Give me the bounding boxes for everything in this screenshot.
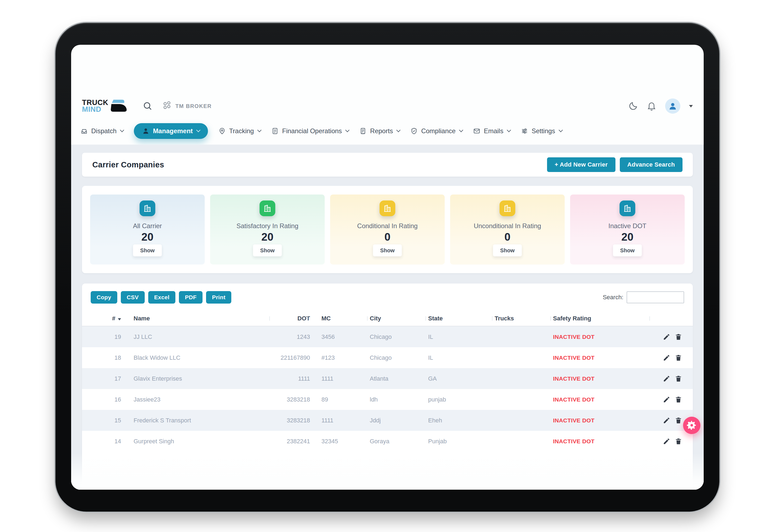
column-header-trucks[interactable]: Trucks (495, 311, 553, 326)
edit-pencil-icon[interactable] (663, 438, 670, 445)
nav-item-compliance[interactable]: Compliance (410, 127, 463, 135)
safety-rating-badge: INACTIVE DOT (553, 431, 652, 452)
safety-rating-badge: INACTIVE DOT (553, 389, 652, 410)
chevron-down-icon (120, 128, 124, 132)
search-icon[interactable] (142, 101, 153, 111)
nav-label: Settings (532, 127, 555, 135)
excel-button[interactable]: Excel (148, 291, 175, 304)
nav-label: Tracking (229, 127, 254, 135)
chevron-down-icon (459, 128, 464, 132)
column-header-safety-rating[interactable]: Safety Rating (553, 311, 652, 326)
column-header-state[interactable]: State (428, 311, 495, 326)
stat-card-inactive-dot: Inactive DOT 20 Show (570, 195, 685, 265)
edit-pencil-icon[interactable] (663, 396, 670, 403)
column-header-mc[interactable]: MC (310, 311, 370, 326)
table-header-row: # Name DOT MC City State Trucks Safety R… (82, 311, 693, 326)
edit-pencil-icon[interactable] (663, 375, 670, 383)
chevron-down-icon (397, 128, 401, 132)
management-icon (142, 127, 150, 135)
company-buildings-icon (620, 200, 635, 216)
column-header-dot[interactable]: DOT (272, 311, 310, 326)
edit-pencil-icon[interactable] (663, 333, 670, 341)
page-title: Carrier Companies (92, 160, 164, 169)
show-button[interactable]: Show (253, 244, 281, 256)
brand-logo[interactable]: TRUCK MIND (82, 98, 128, 114)
workspace-switcher[interactable]: TM BROKER (162, 101, 212, 112)
edit-pencil-icon[interactable] (663, 354, 670, 362)
print-button[interactable]: Print (206, 291, 231, 304)
edit-pencil-icon[interactable] (663, 417, 670, 424)
report-icon (359, 127, 367, 135)
settings-fab-button[interactable] (683, 417, 700, 434)
delete-trash-icon[interactable] (675, 396, 682, 403)
nav-item-reports[interactable]: Reports (359, 127, 400, 135)
column-header-name[interactable]: Name (123, 311, 272, 326)
user-avatar[interactable] (665, 98, 680, 114)
table-row: 16 Jassiee23 3283218 89 ldh punjab INACT… (82, 389, 693, 410)
add-new-carrier-button[interactable]: + Add New Carrier (547, 157, 616, 172)
nav-item-financial-operations[interactable]: Financial Operations (271, 127, 349, 135)
nav-label: Compliance (421, 127, 456, 135)
column-header-index[interactable]: # (82, 311, 123, 326)
top-bar: TRUCK MIND (82, 97, 693, 115)
stat-card-conditional: Conditional In Rating 0 Show (330, 195, 445, 265)
stat-value: 0 (505, 231, 511, 243)
delete-trash-icon[interactable] (675, 354, 682, 362)
copy-button[interactable]: Copy (91, 291, 117, 304)
stat-card-satisfactory: Satisfactory In Rating 20 Show (210, 195, 325, 265)
nav-item-management[interactable]: Management (134, 123, 208, 139)
content-area: Carrier Companies + Add New Carrier Adva… (71, 145, 704, 490)
csv-button[interactable]: CSV (121, 291, 145, 304)
pdf-button[interactable]: PDF (179, 291, 202, 304)
stat-value: 0 (384, 231, 391, 243)
stat-label: All Carrier (133, 222, 162, 230)
invoice-icon (271, 127, 279, 135)
stat-label: Satisfactory In Rating (236, 222, 298, 230)
table-row: 17 Glavix Enterprises 1111 1111 Atlanta … (82, 368, 693, 389)
page-header-card: Carrier Companies + Add New Carrier Adva… (82, 153, 693, 177)
dark-mode-icon[interactable] (628, 101, 638, 111)
nav-item-settings[interactable]: Settings (521, 127, 562, 135)
show-button[interactable]: Show (373, 244, 402, 256)
nav-item-tracking[interactable]: Tracking (218, 127, 261, 135)
show-button[interactable]: Show (493, 244, 522, 256)
stat-value: 20 (261, 231, 274, 243)
export-buttons: Copy CSV Excel PDF Print (91, 291, 231, 304)
nav-item-dispatch[interactable]: Dispatch (80, 127, 123, 135)
column-header-city[interactable]: City (370, 311, 428, 326)
advance-search-button[interactable]: Advance Search (620, 157, 683, 172)
delete-trash-icon[interactable] (675, 333, 682, 341)
brand-line2: MIND (82, 106, 108, 113)
envelope-icon (473, 127, 481, 135)
stat-value: 20 (141, 231, 154, 243)
table-toolbar: Copy CSV Excel PDF Print Search: (82, 291, 693, 304)
main-nav: Dispatch Management (80, 123, 562, 139)
table-search-input[interactable] (627, 291, 684, 303)
nav-item-emails[interactable]: Emails (473, 127, 511, 135)
sliders-icon (521, 127, 528, 135)
table-row: 19 JJ LLC 1243 3456 Chicago IL INACTIVE … (82, 326, 693, 347)
user-menu-caret-icon[interactable] (689, 105, 693, 107)
page-background: TRUCK MIND (0, 0, 774, 532)
carriers-table-card: Copy CSV Excel PDF Print Search: (82, 283, 693, 490)
show-button[interactable]: Show (133, 244, 161, 256)
search-label: Search: (603, 294, 623, 301)
show-button[interactable]: Show (613, 244, 642, 256)
notifications-bell-icon[interactable] (647, 101, 656, 111)
delete-trash-icon[interactable] (675, 438, 682, 445)
app-screen: TRUCK MIND (71, 45, 704, 490)
safety-rating-badge: INACTIVE DOT (553, 368, 652, 389)
stat-label: Conditional In Rating (357, 222, 418, 230)
nav-label: Management (153, 127, 193, 135)
chevron-down-icon (345, 128, 350, 132)
truck-logo-icon (107, 98, 128, 114)
stat-label: Unconditional In Rating (474, 222, 541, 230)
company-buildings-icon (379, 200, 395, 216)
delete-trash-icon[interactable] (675, 375, 682, 383)
delete-trash-icon[interactable] (675, 417, 682, 424)
workspace-label: TM BROKER (175, 103, 212, 109)
chevron-down-icon (196, 128, 201, 132)
sort-desc-icon (118, 318, 121, 320)
nav-label: Financial Operations (282, 127, 342, 135)
safety-rating-badge: INACTIVE DOT (553, 410, 652, 431)
